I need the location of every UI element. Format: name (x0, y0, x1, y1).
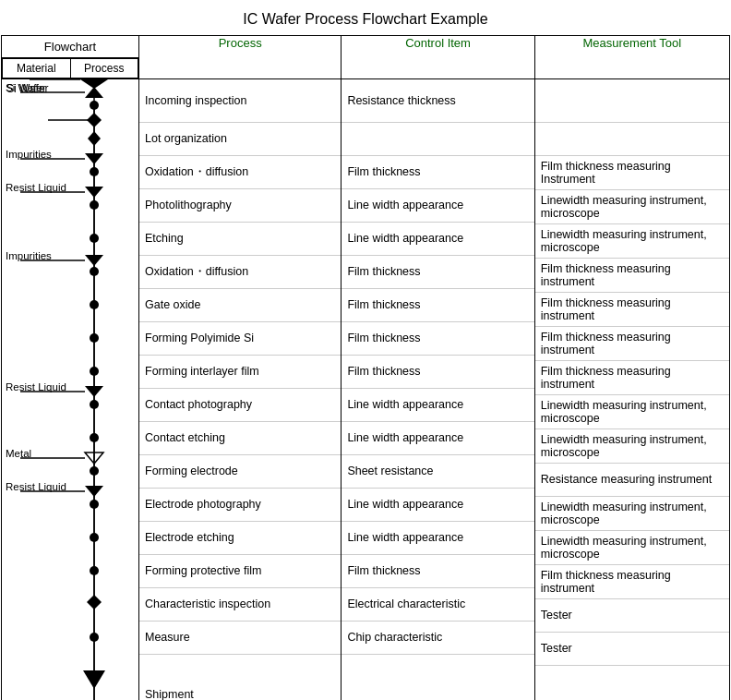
control-cell: Line width appearance (342, 421, 533, 454)
svg-point-18 (90, 234, 99, 243)
process-cell: Measure (139, 621, 341, 654)
svg-point-34 (90, 466, 99, 476)
control-cell: Film thickness (342, 155, 533, 188)
control-cell: Chip characteristic (342, 621, 533, 654)
process-cell: Electrode photography (139, 488, 341, 521)
col-process-header: Process (139, 36, 342, 79)
svg-point-25 (90, 367, 99, 376)
measure-cell: Film thickness measuring Instrument (535, 155, 729, 189)
measure-cell: Tester (535, 598, 729, 632)
control-cell: Film thickness (342, 355, 533, 388)
process-cell: Gate oxide (139, 288, 341, 321)
svg-point-17 (90, 200, 99, 210)
svg-point-23 (90, 300, 99, 309)
svg-marker-10 (85, 153, 103, 164)
measure-cell: Film thickness measuring instrument (535, 258, 729, 292)
process-cell: Forming protective film (139, 554, 341, 587)
col-measure-header: Measurement Tool (534, 36, 729, 79)
flowchart-header: Flowchart (2, 36, 138, 58)
measure-cell (535, 122, 729, 155)
flowchart-svg: Si Wafer (2, 79, 138, 700)
control-cell (342, 654, 533, 700)
measure-cell: Linewidth measuring instrument, microsco… (535, 496, 729, 530)
control-cell: Sheet resistance (342, 454, 533, 488)
process-cell: Contact photography (139, 388, 341, 421)
process-cell: Forming Polyimide Si (139, 321, 341, 355)
measure-cell: Linewidth measuring instrument, microsco… (535, 530, 729, 564)
measure-cell: Film thickness measuring instrument (535, 292, 729, 326)
control-cell: Film thickness (342, 288, 533, 321)
svg-text:Resist Liquid: Resist Liquid (6, 182, 66, 193)
control-cell: Line width appearance (342, 488, 533, 521)
process-cell: Oxidation・diffusion (139, 155, 341, 188)
control-cell: Line width appearance (342, 521, 533, 554)
svg-marker-41 (87, 595, 102, 609)
measure-cell: Film thickness measuring instrument (535, 564, 729, 598)
process-cell: Electrode etching (139, 521, 341, 554)
process-cell: Forming electrode (139, 454, 341, 488)
process-cell: Forming interlayer film (139, 355, 341, 388)
svg-point-29 (90, 400, 99, 409)
measure-cell: Tester (535, 632, 729, 665)
control-cell: Film thickness (342, 554, 533, 587)
control-cell: Electrical characteristic (342, 587, 533, 621)
measure-column: Film thickness measuring InstrumentLinew… (535, 79, 729, 700)
svg-marker-14 (85, 187, 103, 198)
svg-point-22 (90, 267, 99, 276)
control-cell (342, 122, 533, 155)
svg-point-38 (90, 500, 99, 509)
svg-text:Resist Liquid: Resist Liquid (6, 381, 66, 392)
svg-point-40 (90, 566, 99, 575)
svg-marker-43 (83, 670, 105, 689)
process-column: Incoming inspectionLot organizationOxida… (139, 79, 341, 700)
svg-marker-19 (85, 255, 103, 266)
measure-cell (535, 665, 729, 700)
svg-point-30 (90, 433, 99, 442)
svg-marker-35 (85, 486, 103, 497)
measure-cell: Film thickness measuring instrument (535, 360, 729, 394)
svg-marker-26 (85, 386, 103, 397)
measure-cell: Linewidth measuring instrument, microsco… (535, 394, 729, 428)
process-cell: Incoming inspection (139, 79, 341, 122)
svg-text:Resist Liquid: Resist Liquid (6, 481, 66, 492)
svg-point-24 (90, 333, 99, 343)
measure-cell: Linewidth measuring instrument, microsco… (535, 189, 729, 223)
control-cell: Film thickness (342, 321, 533, 355)
col-process-sub-header: Process (70, 59, 138, 78)
process-cell: Etching (139, 222, 341, 255)
page-title: IC Wafer Process Flowchart Example (0, 0, 731, 35)
process-cell: Photolithography (139, 188, 341, 222)
measure-cell (535, 79, 729, 122)
process-cell: Oxidation・diffusion (139, 255, 341, 288)
process-cell: Contact etching (139, 421, 341, 454)
process-cell: Characteristic inspection (139, 587, 341, 621)
control-cell: Resistance thickness (342, 79, 533, 122)
svg-marker-5 (85, 87, 103, 98)
col-control-header: Control Item (342, 36, 534, 79)
control-cell: Line width appearance (342, 388, 533, 421)
control-cell: Line width appearance (342, 222, 533, 255)
svg-text:Impurities: Impurities (6, 149, 52, 160)
svg-text:Si Wafer: Si Wafer (6, 82, 46, 93)
measure-cell: Linewidth measuring instrument, microsco… (535, 428, 729, 463)
svg-point-8 (90, 101, 99, 110)
svg-point-39 (90, 533, 99, 542)
measure-cell: Resistance measuring instrument (535, 463, 729, 496)
col-material-header: Material (3, 59, 71, 78)
svg-text:Impurities: Impurities (6, 250, 52, 261)
control-cell: Film thickness (342, 255, 533, 288)
svg-point-42 (90, 633, 99, 642)
main-table: Flowchart Material Process Process Contr… (1, 35, 730, 700)
process-cell: Shipment (139, 654, 341, 700)
svg-point-13 (90, 167, 99, 176)
svg-text:Metal: Metal (6, 448, 31, 459)
process-cell: Lot organization (139, 122, 341, 155)
svg-marker-9 (88, 131, 101, 146)
measure-cell: Film thickness measuring instrument (535, 326, 729, 360)
control-cell: Line width appearance (342, 188, 533, 222)
measure-cell: Linewidth measuring instrument, microsco… (535, 223, 729, 258)
control-column: Resistance thicknessFilm thicknessLine w… (342, 79, 533, 700)
